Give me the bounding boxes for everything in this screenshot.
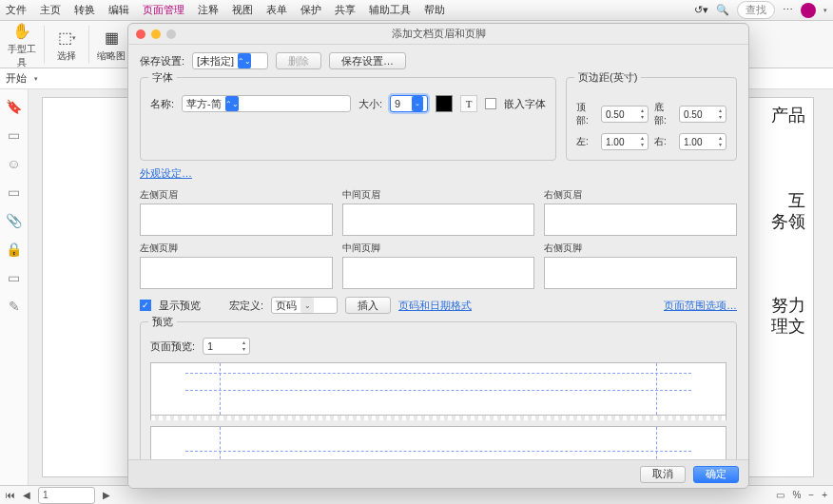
- menu-home[interactable]: 主页: [40, 3, 61, 17]
- insert-macro-button[interactable]: 插入: [345, 297, 391, 314]
- zoom-out-icon[interactable]: −: [808, 490, 814, 500]
- close-icon[interactable]: [136, 29, 145, 39]
- header-center-input[interactable]: [342, 204, 535, 236]
- step-up-icon[interactable]: ▴: [637, 135, 647, 142]
- tool-hand[interactable]: ✋手型工具: [4, 20, 40, 69]
- tab-dropdown-icon[interactable]: ▾: [34, 75, 38, 83]
- font-name-select[interactable]: 苹方-简⌃⌄: [182, 95, 351, 112]
- page-preview-input[interactable]: 1▴▾: [203, 338, 250, 355]
- page-number-input[interactable]: 1: [38, 487, 95, 504]
- delete-button: 删除: [276, 52, 321, 69]
- step-up-icon[interactable]: ▴: [637, 107, 647, 114]
- minimize-icon[interactable]: [151, 29, 161, 39]
- history-icon[interactable]: ↺▾: [694, 4, 708, 16]
- macro-label: 宏定义:: [229, 299, 263, 313]
- save-settings-select[interactable]: [未指定]⌃⌄: [192, 52, 268, 69]
- dialog-footer: 取消 确定: [128, 459, 748, 488]
- margin-bottom-input[interactable]: 0.50▴▾: [679, 106, 726, 123]
- margin-top-input[interactable]: 0.50▴▾: [601, 106, 649, 123]
- footer-center-input[interactable]: [342, 257, 535, 289]
- menu-help[interactable]: 帮助: [424, 3, 445, 17]
- save-settings-label: 保存设置:: [140, 54, 184, 68]
- step-down-icon[interactable]: ▾: [715, 114, 725, 121]
- first-page-icon[interactable]: ⏮: [6, 490, 15, 500]
- step-up-icon[interactable]: ▴: [715, 107, 725, 114]
- footer-left-input[interactable]: [140, 257, 333, 289]
- search-input[interactable]: 查找: [737, 1, 775, 19]
- menu-convert[interactable]: 转换: [74, 3, 95, 17]
- header-right-input[interactable]: [544, 204, 737, 236]
- torn-edge: [150, 416, 726, 420]
- bookmark-icon[interactable]: 🔖: [6, 99, 22, 114]
- bg-text: 努力: [771, 294, 805, 317]
- lock-icon[interactable]: 🔒: [6, 242, 22, 257]
- tool-select[interactable]: ⬚▾选择: [48, 27, 85, 63]
- margin-right-label: 右:: [654, 135, 673, 148]
- step-up-icon[interactable]: ▴: [239, 339, 248, 346]
- chevron-down-icon: ⌄: [412, 96, 423, 111]
- zoom-in-icon[interactable]: +: [822, 490, 827, 500]
- format-link[interactable]: 页码和日期格式: [398, 299, 472, 313]
- menu-assist[interactable]: 辅助工具: [369, 3, 411, 17]
- preview-group: 预览 页面预览: 1▴▾: [140, 321, 737, 459]
- show-preview-checkbox[interactable]: ✓: [140, 300, 151, 311]
- margin-left-input[interactable]: 1.00▴▾: [601, 133, 649, 150]
- menu-edit[interactable]: 编辑: [108, 3, 129, 17]
- footer-right-label: 右侧页脚: [544, 242, 737, 255]
- menu-protect[interactable]: 保护: [300, 3, 321, 17]
- macro-select[interactable]: 页码⌄: [271, 297, 338, 314]
- page-preview-label: 页面预览:: [150, 339, 195, 354]
- sign-icon[interactable]: ✎: [9, 299, 20, 314]
- font-color-chip[interactable]: [436, 95, 453, 112]
- underline-icon[interactable]: T: [460, 95, 477, 112]
- footer-right-input[interactable]: [544, 257, 737, 289]
- ok-button[interactable]: 确定: [693, 466, 739, 483]
- layers-icon[interactable]: ▭: [8, 270, 20, 285]
- font-name-label: 名称:: [150, 97, 174, 111]
- margin-right-input[interactable]: 1.00▴▾: [679, 133, 726, 150]
- header-footer-dialog: 添加文档页眉和页脚 保存设置: [未指定]⌃⌄ 删除 保存设置… 字体 名称: …: [127, 23, 749, 489]
- attach-icon[interactable]: 📎: [6, 213, 22, 228]
- page-range-link[interactable]: 页面范围选项…: [664, 299, 737, 313]
- menu-view[interactable]: 视图: [232, 3, 253, 17]
- next-page-icon[interactable]: ▶: [103, 490, 110, 500]
- menu-page-manage[interactable]: 页面管理: [143, 3, 184, 17]
- font-size-input[interactable]: 9⌄: [390, 95, 428, 112]
- stamp-icon[interactable]: ▭: [8, 184, 20, 200]
- menu-forms[interactable]: 表单: [266, 3, 287, 17]
- menu-annotate[interactable]: 注释: [198, 3, 219, 17]
- chevron-down-icon: ⌄: [300, 298, 314, 313]
- preview-group-label: 预览: [148, 315, 177, 329]
- save-settings-button[interactable]: 保存设置…: [329, 52, 406, 69]
- appearance-link[interactable]: 外观设定…: [140, 166, 192, 181]
- tab-start[interactable]: 开始: [6, 71, 27, 86]
- zoom-value: %: [792, 490, 801, 500]
- fit-icon[interactable]: ▭: [776, 490, 785, 500]
- menu-file[interactable]: 文件: [6, 3, 27, 17]
- step-down-icon[interactable]: ▾: [637, 142, 647, 148]
- menu-share[interactable]: 共享: [335, 3, 356, 17]
- dialog-titlebar: 添加文档页眉和页脚: [128, 24, 748, 45]
- pages-icon[interactable]: ▭: [8, 127, 20, 143]
- font-size-label: 大小:: [358, 97, 382, 111]
- chevron-down-icon: ⌃⌄: [238, 53, 251, 68]
- bg-text: 互: [788, 189, 805, 212]
- user-avatar[interactable]: [801, 3, 816, 18]
- show-preview-label: 显示预览: [159, 299, 201, 313]
- tool-thumbnail[interactable]: ▦缩略图: [93, 27, 129, 63]
- cancel-button[interactable]: 取消: [640, 466, 686, 483]
- header-left-input[interactable]: [140, 204, 333, 236]
- user-dropdown-icon[interactable]: ▾: [823, 7, 827, 14]
- comments-icon[interactable]: ☺: [7, 156, 20, 171]
- embed-font-label: 嵌入字体: [504, 97, 546, 111]
- prev-page-icon[interactable]: ◀: [23, 490, 30, 500]
- step-down-icon[interactable]: ▾: [715, 142, 725, 148]
- step-up-icon[interactable]: ▴: [715, 135, 725, 142]
- bg-text: 理文: [771, 315, 805, 338]
- font-group: 字体 名称: 苹方-简⌃⌄ 大小: 9⌄ T 嵌入字体: [140, 77, 556, 161]
- search-icon: 🔍: [716, 4, 729, 16]
- embed-font-checkbox[interactable]: [485, 98, 496, 109]
- step-down-icon[interactable]: ▾: [637, 114, 647, 121]
- step-down-icon[interactable]: ▾: [239, 346, 248, 353]
- more-icon[interactable]: ⋯: [783, 4, 793, 16]
